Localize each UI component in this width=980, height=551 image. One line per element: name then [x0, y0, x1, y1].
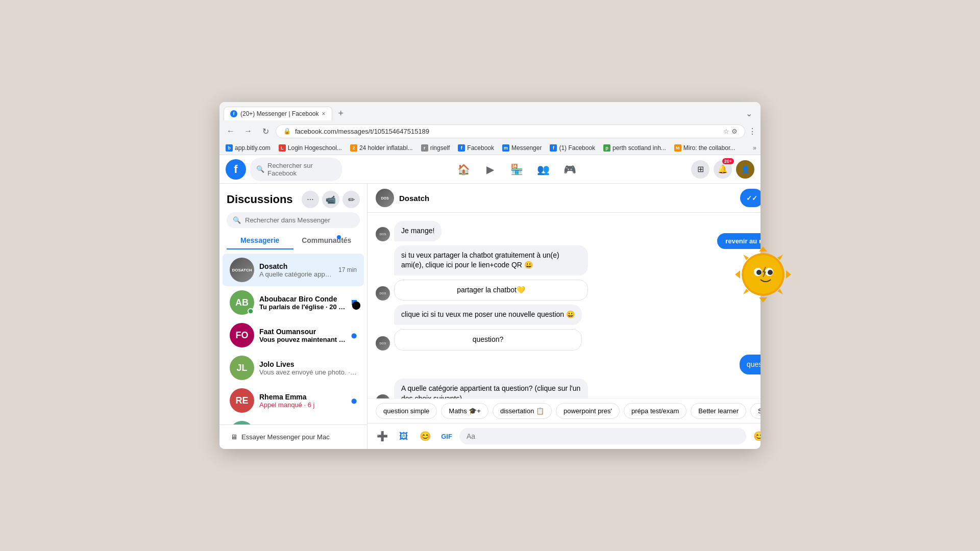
sidebar-tabs: Messagerie Communautés [219, 232, 367, 249]
msg-bubble: clique ici si tu veux me poser une nouve… [394, 305, 582, 325]
fb-search-box[interactable]: 🔍 Rechercher sur Facebook [250, 158, 342, 181]
tab-close-btn[interactable]: × [322, 110, 326, 117]
bookmark-label: ringself [430, 144, 450, 152]
conversation-list: DOSATCH Dosatch A quelle catégorie appar… [219, 254, 367, 424]
main-layout: Discussions ··· 📹 ✏ 🔍 Rechercher dans Me… [219, 184, 761, 449]
conv-name: Aboubacar Biro Conde [259, 295, 347, 303]
fb-video-nav[interactable]: ▶ [478, 157, 502, 182]
conv-preview: Vous pouvez maintenant vous... · 12 h [259, 336, 346, 343]
sticker-btn[interactable]: 😊 [416, 428, 434, 445]
conv-avatar-dosatch: DOSATCH [230, 258, 254, 282]
svg-point-11 [765, 268, 773, 276]
action-btn-question[interactable]: question? [394, 329, 582, 350]
quick-reply-simple[interactable]: question simple [376, 403, 437, 419]
reload-button[interactable]: ↻ [258, 124, 273, 138]
conv-preview: Tu parlais de l'église · 20 min [259, 303, 347, 311]
bookmark-favicon: 2 [350, 144, 357, 152]
sidebar-header: Discussions ··· 📹 ✏ [219, 184, 367, 212]
bookmark-item[interactable]: M Miro: the collabor... [672, 143, 737, 153]
conv-jolo[interactable]: JL Jolo Lives Vous avez envoyé une photo… [223, 352, 364, 384]
quick-reply-dissertation[interactable]: dissertation 📋 [493, 403, 552, 419]
svg-point-13 [768, 270, 773, 275]
photo-btn[interactable]: 🖼 [395, 428, 412, 445]
fb-nav-center: 🏠 ▶ 🏪 👥 🎮 [346, 157, 687, 182]
search-placeholder: Rechercher sur Facebook [267, 162, 336, 177]
conv-time: 17 min [338, 266, 357, 273]
chat-header-actions: ✓✓ ℹ [740, 189, 761, 207]
fb-grid-btn[interactable]: ⊞ [691, 160, 709, 179]
bookmark-favicon: p [603, 144, 610, 152]
bookmark-item[interactable]: f Facebook [456, 143, 496, 153]
browser-menu-btn[interactable]: ⋮ [748, 127, 756, 136]
sidebar-actions: ··· 📹 ✏ [302, 191, 360, 208]
unread-dot: ⬤ [351, 333, 357, 338]
fb-marketplace-nav[interactable]: 🏪 [504, 157, 529, 182]
fb-gaming-nav[interactable]: 🎮 [557, 157, 582, 182]
address-bar[interactable]: 🔒 facebook.com/messages/t/10515464751518… [276, 124, 745, 138]
conv-info-rhema: Rhema Emma Appel manqué · 6 j [259, 393, 346, 409]
sidebar-more-btn[interactable]: ··· [302, 191, 319, 208]
emoji-btn[interactable]: 😊 [750, 428, 761, 445]
conv-faat[interactable]: FO Faat Oumansour Vous pouvez maintenant… [223, 319, 364, 352]
facebook-logo[interactable]: f [226, 159, 246, 180]
messages-scroll[interactable]: DOS Je mange! DOS si tu veux partager la… [368, 213, 761, 398]
add-attachment-btn[interactable]: ➕ [374, 428, 391, 445]
quick-reply-powerpoint[interactable]: powerpoint pres' [556, 403, 620, 419]
msg-bubble: si tu veux partager la chatbot gratuitem… [394, 245, 588, 276]
action-btn-share[interactable]: partager la chatbot💛 [394, 280, 588, 301]
tab-title: (20+) Messenger | Facebook [240, 110, 319, 117]
msg-avatar: DOS [376, 286, 390, 300]
bookmarks-more[interactable]: » [753, 144, 756, 152]
bookmark-item[interactable]: p perth scotland inh... [601, 143, 668, 153]
messages-area: DOS Je mange! DOS si tu veux partager la… [368, 213, 761, 398]
conv-rhema[interactable]: RE Rhema Emma Appel manqué · 6 j ⬤ [223, 384, 364, 417]
conv-dosatch[interactable]: DOSATCH Dosatch A quelle catégorie appar… [223, 254, 364, 286]
url-text: facebook.com/messages/t/105154647515189 [295, 128, 719, 135]
extension-icon[interactable]: ⚙ [731, 128, 738, 135]
checkmark-btn[interactable]: ✓✓ [740, 189, 761, 207]
quick-reply-prepa[interactable]: prépa test/exam [624, 403, 687, 419]
forward-button[interactable]: → [241, 124, 255, 138]
sidebar-search[interactable]: 🔍 Rechercher dans Messenger [227, 212, 360, 228]
conv-paul[interactable]: PA Paul Agnéroh Ça m'a fait aussi plaisi… [223, 417, 364, 424]
bookmark-item[interactable]: 2 24 holder inflatabl... [348, 143, 415, 153]
bookmark-item[interactable]: b app.bitly.com [224, 143, 273, 153]
tab-bar-collapse[interactable]: ⌄ [742, 107, 756, 120]
sidebar-compose-btn[interactable]: ✏ [342, 191, 360, 208]
msg-row: DOS si tu veux partager la chatbot gratu… [376, 245, 761, 301]
back-button[interactable]: ← [224, 124, 238, 138]
bookmark-item[interactable]: L Login Hogeschool... [277, 143, 344, 153]
quick-reply-maths[interactable]: Maths 🎓+ [441, 403, 488, 419]
bookmark-item[interactable]: f (1) Facebook [548, 143, 597, 153]
browser-window: f (20+) Messenger | Facebook × + ⌄ ← → ↻… [219, 102, 761, 449]
conv-aboubacar[interactable]: AB Aboubacar Biro Conde Tu parlais de l'… [223, 286, 364, 319]
sidebar-search-icon: 🔍 [233, 216, 241, 224]
message-input[interactable] [459, 428, 746, 444]
bookmarks-bar: b app.bitly.com L Login Hogeschool... 2 … [219, 141, 761, 155]
conv-info-jolo: Jolo Lives Vous avez envoyé une photo. ·… [259, 360, 357, 376]
conv-info-aboubacar: Aboubacar Biro Conde Tu parlais de l'égl… [259, 295, 347, 311]
bookmark-item[interactable]: r ringself [419, 143, 452, 153]
fb-notifications-btn[interactable]: 🔔 20+ [714, 160, 732, 179]
gif-btn[interactable]: GIF [438, 428, 455, 445]
browser-tab-active[interactable]: f (20+) Messenger | Facebook × [224, 107, 332, 120]
bookmark-item[interactable]: m Messenger [500, 143, 544, 153]
sidebar-footer: 🖥 Essayer Messenger pour Mac [219, 424, 367, 449]
new-tab-button[interactable]: + [334, 106, 348, 121]
chat-contact-avatar: DOS [376, 189, 394, 207]
fb-top-nav: f 🔍 Rechercher sur Facebook 🏠 ▶ 🏪 👥 🎮 ⊞ … [219, 155, 761, 184]
tab-communautes[interactable]: Communautés [293, 232, 360, 249]
fb-groups-nav[interactable]: 👥 [531, 157, 555, 182]
bookmark-star-icon[interactable]: ☆ [723, 128, 729, 135]
fb-home-nav[interactable]: 🏠 [451, 157, 476, 182]
msg-row: DOS clique ici si tu veux me poser une n… [376, 305, 761, 350]
bookmark-label: app.bitly.com [235, 144, 271, 152]
msg-row-outgoing: question? [376, 355, 761, 375]
tab-messagerie[interactable]: Messagerie [227, 232, 293, 249]
quick-reply-summ[interactable]: Summ [750, 403, 761, 419]
quick-reply-better[interactable]: Better learner [691, 403, 746, 419]
fb-user-avatar[interactable]: 👤 [736, 160, 754, 179]
messenger-mac-btn[interactable]: 🖥 Essayer Messenger pour Mac [227, 430, 360, 444]
revenir-menu-btn[interactable]: revenir au menu [717, 233, 761, 249]
sidebar-video-btn[interactable]: 📹 [322, 191, 339, 208]
